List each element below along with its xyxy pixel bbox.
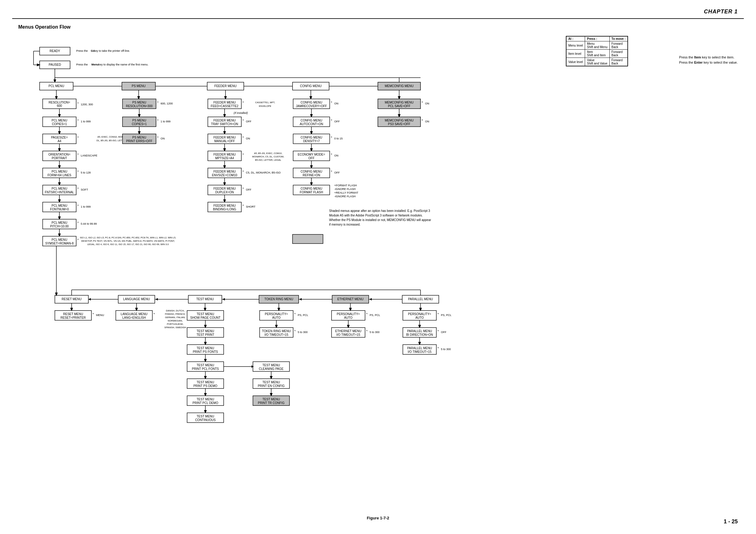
svg-text:PRINT EN CONFIG: PRINT EN CONFIG xyxy=(258,384,284,388)
svg-text:*: * xyxy=(331,136,332,140)
svg-text:RESET MENU: RESET MENU xyxy=(62,297,81,301)
svg-text:PRINT PS DEMO: PRINT PS DEMO xyxy=(194,384,218,388)
svg-text:*: * xyxy=(157,136,158,140)
svg-text:*: * xyxy=(243,187,244,191)
svg-text:*: * xyxy=(438,313,439,316)
svg-text:PAGESIZE=: PAGESIZE= xyxy=(51,136,68,139)
svg-text:Menu: Menu xyxy=(92,63,99,66)
svg-text:*: * xyxy=(438,330,439,333)
svg-text:TEST MENU: TEST MENU xyxy=(196,297,214,301)
svg-text:FEEDER MENU: FEEDER MENU xyxy=(214,187,236,190)
svg-text:CONTINUOUS: CONTINUOUS xyxy=(195,418,216,422)
svg-text:OFF: OFF xyxy=(246,120,251,123)
svg-text:*: * xyxy=(77,187,79,191)
svg-text:FEEDER MENU: FEEDER MENU xyxy=(214,153,236,156)
svg-text:ON: ON xyxy=(246,137,250,140)
svg-text:ON: ON xyxy=(334,102,338,105)
svg-text:COPIES=1: COPIES=1 xyxy=(52,122,67,126)
svg-text:DESKTOP, PS TEXT, VN INTL, VN : DESKTOP, PS TEXT, VN INTL, VN US, MS PUB… xyxy=(81,240,175,242)
svg-text:CASSETTE1, MPT,: CASSETTE1, MPT, xyxy=(255,101,275,104)
svg-text:TEST MENU: TEST MENU xyxy=(262,397,280,401)
svg-text:FEED=CASSETTE2: FEED=CASSETTE2 xyxy=(211,104,239,108)
svg-text:*: * xyxy=(153,313,155,316)
svg-text:PERSONALITY=: PERSONALITY= xyxy=(408,312,431,316)
svg-text:1 to 999: 1 to 999 xyxy=(81,205,91,208)
svg-text:key to display the name of the: key to display the name of the first men… xyxy=(98,63,148,66)
svg-text:TEST MENU: TEST MENU xyxy=(197,364,214,367)
svg-text:PRINT TR CONFIG: PRINT TR CONFIG xyxy=(258,401,284,405)
svg-text:ON: ON xyxy=(425,102,429,105)
svg-text:*: * xyxy=(77,136,79,140)
svg-text:SPANISH, SWEDISH: SPANISH, SWEDISH xyxy=(164,326,186,329)
svg-text:*: * xyxy=(243,153,244,157)
svg-text:+REALLY FORMAT: +REALLY FORMAT xyxy=(334,191,358,194)
svg-text:*: * xyxy=(243,119,244,122)
svg-text:*: * xyxy=(77,153,79,157)
svg-text:Press the: Press the xyxy=(76,49,88,52)
svg-text:AUTO: AUTO xyxy=(415,316,424,319)
svg-marker-227 xyxy=(369,298,372,300)
svg-text:(If installed): (If installed) xyxy=(234,112,248,114)
svg-text:PERSONALITY=: PERSONALITY= xyxy=(265,312,288,316)
svg-text:CONFIG MENU: CONFIG MENU xyxy=(300,187,322,190)
svg-rect-202 xyxy=(292,234,323,243)
svg-text:RESET=PRINTER: RESET=PRINTER xyxy=(60,316,86,319)
svg-text:TEST MENU: TEST MENU xyxy=(197,312,214,316)
svg-text:PORTUGUESE,: PORTUGUESE, xyxy=(167,323,183,325)
svg-text:LANG=ENGLISH: LANG=ENGLISH xyxy=(122,316,146,319)
svg-text:LANGUAGE MENU: LANGUAGE MENU xyxy=(123,297,150,301)
svg-text:B5-ISO, LETTER, LEGAL: B5-ISO, LETTER, LEGAL xyxy=(255,159,281,161)
svg-text:RESOLUTION=300: RESOLUTION=300 xyxy=(126,104,153,108)
chapter-heading: CHAPTER 1 xyxy=(704,9,738,15)
svg-text:5 to 300: 5 to 300 xyxy=(370,331,380,334)
svg-text:*: * xyxy=(93,313,94,316)
svg-text:MPTSIZE=A4: MPTSIZE=A4 xyxy=(215,157,234,160)
svg-text:ECONOMY MODE=: ECONOMY MODE= xyxy=(298,153,325,156)
svg-text:ON: ON xyxy=(425,120,429,123)
svg-text:PS, PCL: PS, PCL xyxy=(298,314,309,317)
svg-text:PS, PCL: PS, PCL xyxy=(370,314,380,317)
svg-text:LEGAL, ISO 4, ISO 6, ISO 11, I: LEGAL, ISO 4, ISO 6, ISO 11, ISO 15, ISO… xyxy=(87,243,169,246)
svg-text:I/O TIMEOUT=15: I/O TIMEOUT=15 xyxy=(337,333,360,336)
svg-text:*: * xyxy=(331,170,332,173)
svg-text:AUTOCONT=ON: AUTOCONT=ON xyxy=(300,122,323,126)
svg-text:+FORMAT FLASH: +FORMAT FLASH xyxy=(334,184,357,187)
svg-text:FEEDER MENU: FEEDER MENU xyxy=(215,84,237,88)
header-line xyxy=(12,18,744,19)
svg-text:*: * xyxy=(331,101,332,104)
svg-text:*: * xyxy=(294,313,296,316)
svg-marker-225 xyxy=(223,298,225,300)
svg-text:ISO L1, ISO L2, ISO L5, PC-8, : ISO L1, ISO L2, ISO L5, PC-8, PC-8 D/N, … xyxy=(80,236,176,239)
svg-text:NORWEGIAN,: NORWEGIAN, xyxy=(168,319,182,322)
svg-text:SHORT: SHORT xyxy=(246,205,256,208)
svg-text:ORIENTATION=: ORIENTATION= xyxy=(48,153,71,156)
svg-text:*: * xyxy=(294,330,296,333)
svg-text:PCL MENU: PCL MENU xyxy=(48,84,64,88)
svg-text:A4: A4 xyxy=(58,140,62,143)
svg-text:-IGNORE FLASH: -IGNORE FLASH xyxy=(334,195,356,198)
svg-text:FEEDER MENU: FEEDER MENU xyxy=(214,119,236,122)
svg-text:DENSITY=7: DENSITY=7 xyxy=(303,140,320,143)
svg-text:PCL MENU: PCL MENU xyxy=(51,221,67,224)
svg-text:PCL SAVE=OFF: PCL SAVE=OFF xyxy=(388,104,411,108)
svg-text:PCL MENU: PCL MENU xyxy=(51,238,67,242)
svg-text:PRINT PCL DEMO: PRINT PCL DEMO xyxy=(193,401,219,405)
svg-text:CONFIG MENU: CONFIG MENU xyxy=(300,119,322,122)
svg-text:0 to 15: 0 to 15 xyxy=(334,137,343,140)
svg-text:SHOW PAGE COUNT: SHOW PAGE COUNT xyxy=(190,316,220,319)
svg-text:0.44 to 99.99: 0.44 to 99.99 xyxy=(81,222,97,225)
svg-text:PCL MENU: PCL MENU xyxy=(51,204,67,207)
svg-text:TEST MENU: TEST MENU xyxy=(197,329,214,333)
flow-diagram: .box-rect { fill: white; stroke: black; … xyxy=(12,31,743,524)
svg-text:-IGNORE FLASH: -IGNORE FLASH xyxy=(334,188,356,191)
svg-text:*: * xyxy=(77,102,79,105)
svg-text:key to take the printer off-li: key to take the printer off-line. xyxy=(94,49,130,52)
svg-text:OFF: OFF xyxy=(246,188,251,191)
svg-text:PARALLEL MENU: PARALLEL MENU xyxy=(407,346,432,350)
svg-text:*: * xyxy=(157,101,158,104)
svg-text:DANISH, DUTCH,: DANISH, DUTCH, xyxy=(166,309,185,312)
svg-text:ON: ON xyxy=(161,137,165,140)
svg-text:PARALLEL MENU: PARALLEL MENU xyxy=(407,329,432,333)
svg-text:MEMCONFIG MENU: MEMCONFIG MENU xyxy=(385,119,414,122)
page: CHAPTER 1 Menus Operation Flow 1 - 25 Fi… xyxy=(0,0,756,534)
